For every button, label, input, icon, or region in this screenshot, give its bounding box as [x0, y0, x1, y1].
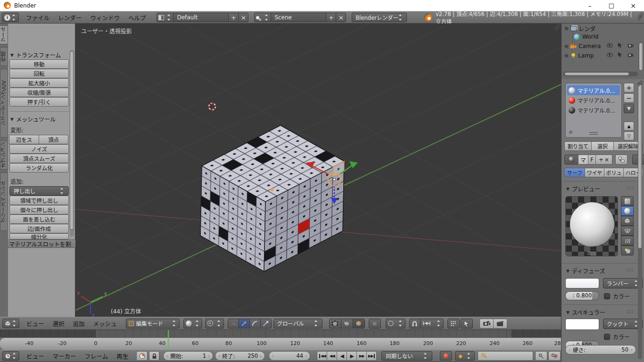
diffuse-ramp-checkbox[interactable]	[604, 293, 610, 299]
panel-header-transform[interactable]: ▼ トランスフォーム	[10, 51, 61, 59]
decrement-icon[interactable]: ‹	[272, 354, 274, 359]
use-nodes-button[interactable]	[615, 155, 627, 165]
delete-screen-layout-button[interactable]: ×	[238, 13, 248, 22]
menu-add[interactable]: 追加	[69, 319, 89, 328]
outliner-v-scrollbar-thumb[interactable]	[639, 42, 643, 71]
shelf-tab-tools[interactable]: ツール	[0, 25, 8, 44]
tool-push-pull-button[interactable]: 押す/引く	[9, 97, 69, 107]
tool-make-edge-face-button[interactable]: 辺/面作成	[9, 224, 69, 233]
viewport-shading-dropdown[interactable]	[183, 319, 202, 329]
panel-header-mesh-tools[interactable]: ▼ メッシュツール	[10, 115, 56, 123]
extrude-menu-dropdown[interactable]: 押し出し	[9, 186, 69, 196]
pivot-center-dropdown[interactable]	[205, 319, 224, 329]
specular-hardness-slider[interactable]: ‹ 硬さ: 50 ›	[565, 345, 636, 354]
menu-view-timeline[interactable]: ビュー	[22, 352, 49, 361]
use-preview-range-button[interactable]	[136, 351, 148, 361]
material-name-field[interactable]: マ	[578, 155, 588, 165]
increment-icon[interactable]: ›	[260, 354, 262, 359]
menu-select[interactable]: 選択	[49, 319, 69, 328]
shelf-tab-create[interactable]: 作成	[0, 47, 8, 66]
diffuse-shader-dropdown[interactable]: ランバー	[603, 278, 643, 288]
expand-icon[interactable]: ⊕	[564, 25, 569, 32]
auto-keyframe-record-button[interactable]	[440, 351, 452, 361]
next-keyframe-button[interactable]: ▶▶	[356, 351, 367, 361]
camera-restrict-toggles[interactable]	[607, 42, 634, 48]
tool-shelf-scrollbar[interactable]	[70, 50, 74, 237]
remove-material-slot-button[interactable]: −	[624, 93, 634, 103]
outliner-item-world[interactable]: World	[574, 32, 598, 41]
lamp-restrict-toggles[interactable]	[607, 52, 634, 58]
selectable-pointer-icon[interactable]	[618, 42, 623, 48]
visibility-eye-icon[interactable]	[607, 53, 613, 57]
vertex-select-mode-button[interactable]	[329, 319, 341, 329]
edge-select-mode-button[interactable]	[341, 319, 353, 329]
scrollbar-thumb[interactable]	[564, 72, 629, 76]
proportional-edit-dropdown[interactable]	[386, 319, 405, 329]
outliner-editor[interactable]: ⊕ レンダ World ⊕ Camera ⊕ Lamp	[561, 24, 644, 79]
shelf-tab-grease-pencil[interactable]: グリースペンシル	[0, 173, 8, 231]
preview-sphere-button[interactable]	[621, 206, 634, 216]
scene-browse-button[interactable]	[254, 13, 271, 22]
current-frame-marker[interactable]	[168, 330, 169, 350]
increment-icon[interactable]: ›	[631, 347, 633, 353]
shelf-tab-shading-uv[interactable]: シェーディング/UV	[0, 69, 8, 138]
manipulator-scale-button[interactable]	[260, 319, 272, 329]
fake-user-button[interactable]: F	[588, 155, 596, 165]
panel-header-material-slot[interactable]: ▼ マテリアルスロットを割	[0, 239, 75, 248]
menu-mesh[interactable]: メッシュ	[89, 319, 121, 328]
type-tab-wire[interactable]: ワイヤ	[585, 168, 604, 177]
tool-scale-button[interactable]: 拡大縮小	[9, 78, 69, 88]
end-frame-field[interactable]: ‹ 終了: 250 ›	[215, 351, 265, 361]
opengl-render-animation-button[interactable]	[493, 319, 507, 329]
corner-grip[interactable]	[554, 24, 561, 30]
move-slot-up-button[interactable]: ▲	[624, 122, 634, 131]
editor-type-button-3dview[interactable]	[2, 319, 19, 328]
outliner-item-camera[interactable]: ⊕ Camera	[564, 41, 601, 51]
preview-world-button[interactable]	[621, 246, 634, 255]
render-restrict-camera-icon[interactable]	[627, 43, 634, 48]
type-tab-surface[interactable]: サーフ	[564, 168, 585, 177]
list-resize-grip[interactable]	[589, 132, 598, 135]
increment-icon[interactable]: ›	[305, 354, 307, 359]
material-slot-list[interactable]: マテリアル.0... マテリアル.0... マテリアル.0... ⊕	[565, 83, 622, 138]
menu-playback[interactable]: 再生	[112, 352, 132, 361]
menu-render[interactable]: レンダー	[54, 13, 86, 22]
add-screen-layout-button[interactable]: +	[228, 13, 239, 22]
tool-extrude-individual-button[interactable]: 個々に押し出し	[9, 205, 69, 214]
viewport-canvas[interactable]: x y z	[75, 24, 561, 317]
increment-icon[interactable]: ›	[208, 354, 210, 359]
tool-extrude-region-button[interactable]: 領域で押し出し	[9, 196, 69, 205]
tool-noise-button[interactable]: ノイズ	[9, 144, 69, 154]
expand-icon[interactable]: ⊕	[564, 43, 569, 49]
insert-keyframe-button[interactable]	[535, 351, 547, 361]
tool-smooth-vertex-button[interactable]: 頂点スムーズ	[9, 154, 69, 163]
delete-scene-button[interactable]: ×	[336, 13, 346, 22]
preview-resize-grip[interactable]	[587, 252, 596, 255]
new-unlink-material-buttons[interactable]: + ×	[595, 155, 612, 165]
delete-keyframe-button[interactable]	[548, 351, 561, 361]
editor-type-button-info[interactable]: i	[2, 13, 19, 22]
decrement-icon[interactable]: ‹	[218, 354, 220, 359]
new-material-icon[interactable]: +	[599, 156, 603, 163]
menu-file[interactable]: ファイル	[22, 13, 54, 22]
render-restrict-camera-icon[interactable]	[627, 52, 634, 58]
add-material-slot-button[interactable]: +	[624, 83, 634, 92]
jump-to-end-button[interactable]: ▶▶	[366, 351, 377, 361]
screen-layout-name-field[interactable]: Default	[173, 13, 229, 22]
current-frame-field[interactable]: ‹ 44 ›	[269, 351, 310, 361]
visibility-eye-icon[interactable]	[607, 43, 613, 48]
shelf-tab-options[interactable]: オプション	[0, 140, 8, 170]
maximize-button[interactable]: □	[601, 2, 622, 9]
outliner-h-scrollbar[interactable]	[563, 72, 638, 76]
panel-drag-grip[interactable]	[627, 310, 627, 311]
jump-to-start-button[interactable]: ◀◀	[317, 351, 327, 361]
play-button[interactable]: ▶	[347, 351, 357, 361]
screen-layout-browse-button[interactable]	[157, 13, 173, 22]
tool-subdivide-button[interactable]: 細分化	[9, 233, 69, 239]
unlink-material-icon[interactable]: ×	[604, 156, 609, 163]
keying-set-dropdown[interactable]: ◆	[455, 351, 475, 361]
timeline-ruler[interactable]: -40 -20 0 20 40 60 80 100 120 140 160 18…	[0, 337, 561, 350]
panel-drag-grip[interactable]	[627, 187, 627, 188]
tool-translate-button[interactable]: 移動	[9, 59, 69, 69]
menu-frame[interactable]: フレーム	[81, 352, 113, 361]
